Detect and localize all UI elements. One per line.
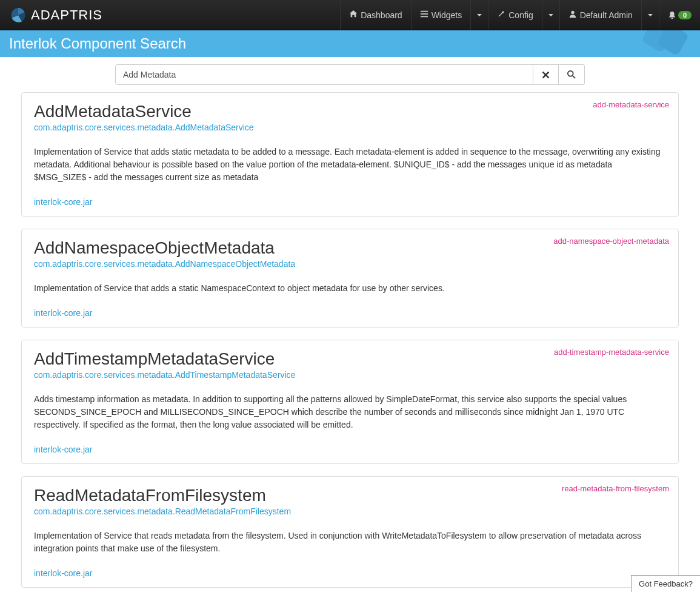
search-row <box>0 57 700 92</box>
result-jar[interactable]: interlok-core.jar <box>34 197 92 207</box>
result-fqcn[interactable]: com.adaptris.core.services.metadata.AddN… <box>34 259 666 269</box>
svg-rect-2 <box>421 16 428 18</box>
result-jar[interactable]: interlok-core.jar <box>34 445 92 454</box>
result-panel: add-timestamp-metadata-serviceAddTimesta… <box>21 340 679 464</box>
result-description: Implementation of Service that reads met… <box>34 530 666 555</box>
header-decor-icon <box>603 30 688 55</box>
svg-point-6 <box>568 71 573 76</box>
nav-config-dropdown[interactable] <box>542 0 559 30</box>
list-icon <box>420 10 428 20</box>
result-panel: add-namespace-object-metadataAddNamespac… <box>21 229 679 328</box>
result-tag[interactable]: add-timestamp-metadata-service <box>554 348 669 357</box>
brand-text: ADAPTRIS <box>31 7 102 23</box>
result-panel: add-metadata-serviceAddMetadataServiceco… <box>21 92 679 217</box>
result-fqcn[interactable]: com.adaptris.core.services.metadata.Read… <box>34 506 666 516</box>
result-jar[interactable]: interlok-core.jar <box>34 308 92 318</box>
chevron-down-icon <box>477 14 482 16</box>
result-panel: read-metadata-from-filesystemReadMetadat… <box>21 476 679 588</box>
result-description: Implementation of Service that adds a st… <box>34 282 666 295</box>
page-header: Interlok Component Search <box>0 30 700 57</box>
svg-line-7 <box>573 76 575 78</box>
logo-icon <box>9 6 27 24</box>
svg-rect-0 <box>421 11 428 12</box>
search-icon <box>567 70 576 79</box>
nav-dashboard-label: Dashboard <box>361 10 402 20</box>
nav-user[interactable]: Default Admin <box>559 0 641 30</box>
svg-rect-1 <box>421 13 428 15</box>
result-tag[interactable]: add-namespace-object-metadata <box>553 237 669 246</box>
page-title: Interlok Component Search <box>9 35 186 52</box>
results: add-metadata-serviceAddMetadataServiceco… <box>0 92 700 592</box>
result-tag[interactable]: add-metadata-service <box>593 100 669 109</box>
nav-config[interactable]: Config <box>488 0 541 30</box>
feedback-label: Got Feedback? <box>639 579 693 588</box>
notif-badge: 0 <box>678 11 692 19</box>
result-jar[interactable]: interlok-core.jar <box>34 568 92 578</box>
nav-user-dropdown[interactable] <box>641 0 659 30</box>
result-fqcn[interactable]: com.adaptris.core.services.metadata.AddM… <box>34 123 666 132</box>
chevron-down-icon <box>648 14 653 16</box>
nav-notifications[interactable]: 0 <box>659 0 700 30</box>
clear-button[interactable] <box>533 64 559 85</box>
bell-icon <box>668 11 676 19</box>
search-button[interactable] <box>559 64 585 85</box>
nav-config-label: Config <box>508 10 533 20</box>
nav-dashboard[interactable]: Dashboard <box>340 0 411 30</box>
search-group <box>115 64 585 85</box>
result-title: AddMetadataService <box>34 102 666 121</box>
search-input[interactable] <box>115 64 533 85</box>
result-description: Implementation of Service that adds stat… <box>34 146 666 184</box>
result-tag[interactable]: read-metadata-from-filesystem <box>562 484 669 493</box>
feedback-button[interactable]: Got Feedback? <box>631 575 700 592</box>
chevron-down-icon <box>548 14 553 16</box>
result-fqcn[interactable]: com.adaptris.core.services.metadata.AddT… <box>34 370 666 380</box>
result-description: Adds timestamp information as metadata. … <box>34 393 666 431</box>
brand[interactable]: ADAPTRIS <box>0 6 112 24</box>
nav-widgets[interactable]: Widgets <box>411 0 471 30</box>
home-icon <box>349 10 358 20</box>
navbar: ADAPTRIS Dashboard Widgets Config <box>0 0 700 30</box>
user-icon <box>568 10 577 20</box>
wrench-icon <box>497 10 505 20</box>
nav-widgets-label: Widgets <box>432 10 462 20</box>
nav-right: Dashboard Widgets Config Default Admin 0 <box>340 0 700 30</box>
close-icon <box>542 71 550 79</box>
svg-point-3 <box>571 11 574 14</box>
nav-user-label: Default Admin <box>580 10 633 20</box>
nav-widgets-dropdown[interactable] <box>470 0 488 30</box>
